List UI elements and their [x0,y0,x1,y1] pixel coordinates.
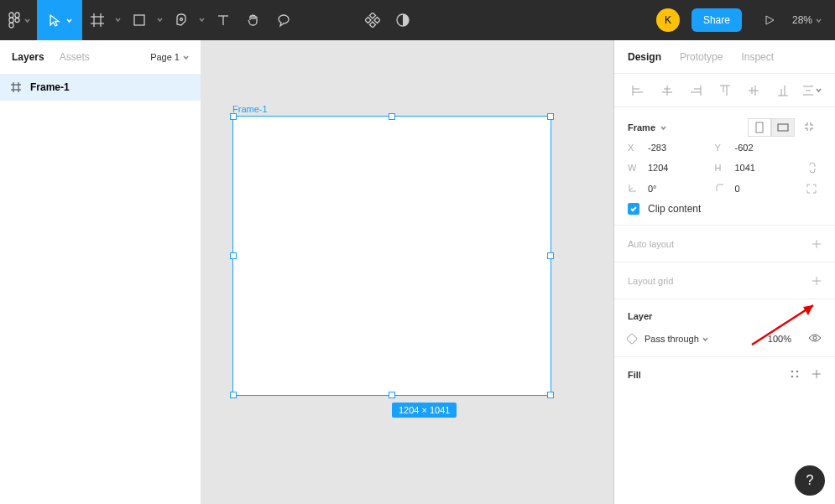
shape-tool-chevron[interactable] [154,17,166,23]
fill-add-button[interactable] [812,369,822,381]
align-hcenter-button[interactable] [657,81,677,101]
layout-grid-section: Layout grid [614,262,835,299]
resize-handle-tl[interactable] [230,113,237,120]
clip-content-checkbox[interactable] [628,203,639,215]
mask-tool[interactable] [388,0,418,40]
zoom-dropdown[interactable]: 28% [782,14,835,26]
cursor-icon [48,13,61,27]
resize-handle-br[interactable] [547,392,554,398]
present-button[interactable] [757,14,782,26]
resize-handle-mr[interactable] [547,252,554,259]
resize-handle-tr[interactable] [547,113,554,120]
figma-logo-icon [8,12,21,29]
frame-icon [90,13,105,28]
move-tool[interactable] [37,0,82,40]
orientation-landscape[interactable] [771,118,795,137]
blend-mode-dropdown[interactable]: Pass through [645,334,708,344]
resize-handle-bm[interactable] [389,392,395,398]
x-field[interactable]: X-283 [628,143,715,153]
layer-row-frame-1[interactable]: Frame-1 [0,74,201,101]
blend-mode-icon[interactable] [626,333,638,345]
resize-handle-bl[interactable] [230,392,237,398]
layout-grid-add-button[interactable] [812,276,822,286]
resize-handle-ml[interactable] [230,252,237,259]
left-panel: Layers Assets Page 1 Frame-1 [0,40,201,504]
svg-rect-4 [9,23,13,28]
rotation-field[interactable]: 0° [628,183,715,195]
pen-tool-chevron[interactable] [196,17,208,23]
text-icon [217,13,230,27]
hand-tool[interactable] [238,0,269,40]
tab-prototype[interactable]: Prototype [680,51,723,63]
constrain-proportions[interactable] [801,161,822,174]
top-toolbar: K Share 28% [0,0,835,40]
svg-point-53 [796,376,799,378]
shape-tool[interactable] [124,0,154,40]
canvas[interactable]: Frame-1 1204 × 1041 [201,40,614,504]
text-tool[interactable] [208,0,238,40]
auto-layout-add-button[interactable] [812,239,822,249]
chevron-down-icon[interactable] [660,125,666,131]
component-tool[interactable] [357,0,388,40]
layer-section-title: Layer [628,311,822,321]
fill-styles-button[interactable] [790,369,800,381]
svg-rect-15 [365,17,371,23]
align-vcenter-button[interactable] [744,81,764,101]
height-field[interactable]: H1041 [715,163,802,173]
pen-tool[interactable] [166,0,196,40]
frame-section-title[interactable]: Frame [628,122,655,132]
figma-menu[interactable] [0,0,37,40]
align-left-button[interactable] [628,81,648,101]
rectangle-icon [133,13,146,27]
align-bottom-button[interactable] [773,81,793,101]
main-row: Layers Assets Page 1 Frame-1 Frame-1 120… [0,40,835,504]
svg-rect-2 [9,18,13,23]
visibility-toggle[interactable] [808,333,822,345]
frame-title-label[interactable]: Frame-1 [232,104,268,114]
frame-tool[interactable] [82,0,112,40]
selected-frame[interactable] [232,116,551,396]
alignment-row [614,74,835,107]
independent-corners[interactable] [801,183,822,195]
y-field[interactable]: Y-602 [715,143,802,153]
width-field[interactable]: W1204 [628,163,715,173]
fill-section: Fill [614,357,835,392]
tab-inspect[interactable]: Inspect [741,51,774,63]
comment-tool[interactable] [269,0,299,40]
auto-layout-section: Auto layout [614,226,835,262]
page-selector[interactable]: Page 1 [150,52,189,62]
corner-radius-field[interactable]: 0 [715,183,802,195]
tab-design[interactable]: Design [628,51,661,63]
chevron-down-icon [24,18,30,23]
clip-content-label: Clip content [648,203,701,215]
frame-tool-chevron[interactable] [112,17,124,23]
user-avatar[interactable]: K [656,8,680,32]
resize-to-fit[interactable] [803,121,822,134]
svg-point-51 [796,371,799,373]
orientation-portrait[interactable] [748,118,771,137]
fill-section-title: Fill [628,370,641,380]
frame-section: Frame X-283 Y-602 W1204 H1041 0° 0 [614,107,835,226]
svg-point-3 [15,18,19,23]
svg-rect-1 [15,13,19,18]
distribute-button[interactable] [801,81,822,101]
layer-section: Layer Pass through 100% [614,299,835,357]
resize-handle-tm[interactable] [389,113,395,120]
tab-assets[interactable]: Assets [60,51,90,63]
clip-content-row[interactable]: Clip content [628,203,822,215]
angle-icon [628,183,638,193]
align-right-button[interactable] [686,81,706,101]
comment-icon [276,13,291,28]
align-top-button[interactable] [715,81,735,101]
svg-rect-14 [369,22,375,28]
zoom-value: 28% [792,14,812,26]
chevron-down-icon [66,18,72,23]
opacity-field[interactable]: 100% [768,334,791,344]
share-button[interactable]: Share [691,8,742,32]
tab-layers[interactable]: Layers [12,51,44,63]
svg-rect-13 [369,13,375,18]
help-button[interactable]: ? [795,465,825,496]
chevron-down-icon [816,87,822,93]
page-selector-label: Page 1 [150,52,180,62]
frame-icon [10,81,22,93]
